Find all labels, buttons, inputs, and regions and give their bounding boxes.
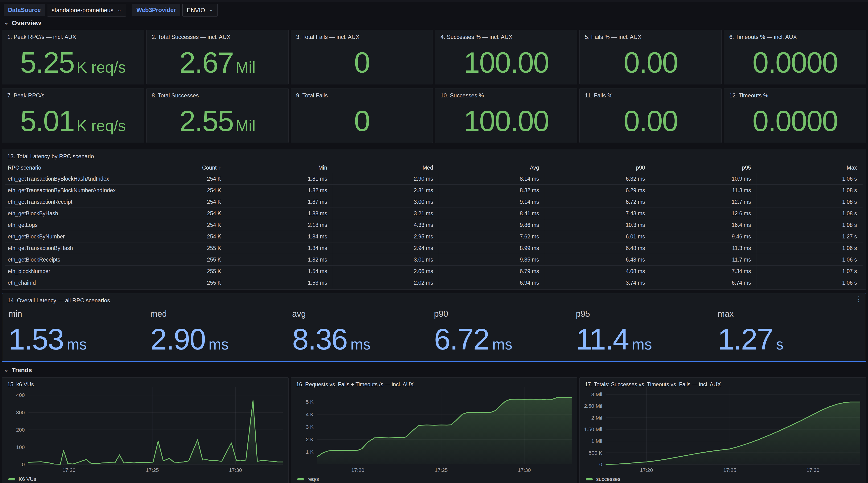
panel-menu-kebab-icon[interactable]: ⋮ [855,296,862,303]
chevron-down-icon: ⌄ [4,19,8,26]
metric-cell: 255 K [121,277,227,288]
table-column-header[interactable]: Count↑ [121,165,227,171]
metric-cell: 1.06 s [756,254,863,265]
datasource-variable-select[interactable]: standalone-prometheus ⌄ [47,4,126,17]
y-axis-tick: 2 K [306,436,314,443]
y-axis-tick: 3 Mil [591,392,602,397]
section-header-overview[interactable]: ⌄ Overview [4,19,41,27]
section-title: Overview [12,19,41,27]
stat-number: 11.4 [576,324,629,354]
metric-cell: 254 K [121,196,227,207]
metric-cell: 254 K [121,208,227,219]
metric-cell: 9.35 ms [439,254,545,265]
metric-cell: 6.94 ms [439,277,545,288]
stat-number: 5.01 [20,106,74,136]
metric-cell: 1.53 ms [227,277,333,288]
stat-value: 2.67Mil [179,48,256,77]
table-column-header[interactable]: p90 [545,165,651,171]
legend-item[interactable]: K6 VUs [8,476,36,482]
latency-table-panel: 13. Total Latency by RPC scenario RPC sc… [2,149,866,290]
metric-cell: 3.21 ms [333,208,439,219]
metric-cell: 255 K [121,265,227,277]
stat-panel: 6. Timeouts % — incl. AUX0.0000 [724,30,866,84]
table-body: eth_getTransactionByBlockHashAndIndex254… [5,173,863,288]
stat-panel: 11. Fails %0.00 [579,88,722,143]
top-toolbar-edge [0,0,868,2]
table-column-header[interactable]: Max [756,165,863,171]
metric-cell: 8.32 ms [439,184,545,196]
legend-item[interactable]: successes [586,476,620,482]
variable-provider: Web3Provider ENVIO ⌄ [132,4,218,17]
overview-stat-grid: 1. Peak RPC/s — incl. AUX5.25K req/s2. T… [2,30,866,143]
stat-label: avg [292,309,434,319]
stat-number: 0.00 [624,106,678,136]
x-axis-tick: 17:20 [351,467,364,473]
metric-cell: 3.00 ms [333,196,439,207]
rpc-scenario-cell: eth_getTransactionReceipt [5,199,121,205]
metric-cell: 1.06 s [756,243,863,254]
stat-number: 2.55 [179,106,233,136]
table-row: eth_getTransactionByBlockHashAndIndex254… [5,173,863,184]
table-column-header[interactable]: Min [227,165,333,171]
provider-variable-select[interactable]: ENVIO ⌄ [182,4,218,17]
overall-stat: p906.72ms [434,309,576,354]
metric-cell: 1.06 s [756,173,863,184]
panel-title[interactable]: 15. k6 VUs [7,381,34,388]
overall-stat: avg8.36ms [292,309,434,354]
metric-cell: 6.48 ms [545,243,651,254]
metric-cell: 6.01 ms [545,231,651,242]
metric-cell: 1.84 ms [227,231,333,242]
panel-title[interactable]: 14. Overall Latency — all RPC scenarios [2,293,866,308]
metric-cell: 2.90 ms [333,173,439,184]
section-header-trends[interactable]: ⌄ Trends [4,367,32,374]
y-axis-tick: 2 Mil [591,415,602,421]
legend-label: successes [596,476,620,482]
dashboard-variables-bar: DataSource standalone-prometheus ⌄ Web3P… [4,4,218,17]
panel-title[interactable]: 13. Total Latency by RPC scenario [2,149,866,164]
y-axis-tick: 3 K [306,424,314,430]
stat-value: 100.00 [464,48,549,77]
panel-title[interactable]: 16. Requests vs. Fails + Timeouts /s — i… [296,381,414,388]
metric-cell: 10.9 ms [651,173,757,184]
metric-cell: 254 K [121,184,227,196]
stat-panel: 7. Peak RPC/s5.01K req/s [2,88,144,143]
metric-cell: 11.7 ms [651,254,757,265]
stat-unit: ms [67,337,87,352]
metric-cell: 1.08 s [756,208,863,219]
metric-cell: 1.08 s [756,184,863,196]
metric-cell: 8.99 ms [439,243,545,254]
stat-unit: K req/s [76,118,126,134]
metric-cell: 1.27 s [756,231,863,242]
stat-number: 6.72 [434,324,489,354]
panel-title[interactable]: 17. Totals: Successes vs. Timeouts vs. F… [585,381,721,388]
y-axis-tick: 1 K [306,449,314,455]
table-column-header[interactable]: Avg [439,165,545,171]
rpc-scenario-cell: eth_chainId [5,280,121,286]
table-column-header[interactable]: RPC scenario [5,165,121,171]
metric-cell: 12.7 ms [651,196,757,207]
series-area [29,400,283,464]
y-axis-tick: 2.50 Mil [584,403,602,409]
legend-color-chip [586,478,593,480]
stat-value: 0.00 [624,106,678,136]
stat-unit: Mil [236,59,255,75]
table-column-header[interactable]: Med [333,165,439,171]
stat-value: 0.0000 [752,48,837,77]
metric-cell: 4.08 ms [545,265,651,277]
table-row: eth_getTransactionReceipt254 K1.87 ms3.0… [5,196,863,207]
stat-value: 5.25K req/s [20,48,126,77]
metric-cell: 8.14 ms [439,173,545,184]
stat-panel: 8. Total Successes2.55Mil [146,88,289,143]
metric-cell: 2.02 ms [333,277,439,288]
y-axis-tick: 400 [16,392,25,398]
metric-cell: 10.3 ms [545,219,651,231]
overall-stat: med2.90ms [150,309,292,354]
series-area [606,402,860,464]
table-column-header[interactable]: p95 [651,165,757,171]
sort-ascending-icon: ↑ [218,165,221,171]
stat-value: 0.0000 [752,106,837,136]
legend-item[interactable]: req/s [297,476,319,482]
stat-panel: 5. Fails % — incl. AUX0.00 [579,30,722,84]
y-axis-tick: 1 Mil [591,438,602,444]
stat-panel: 12. Timeouts %0.0000 [724,88,866,143]
